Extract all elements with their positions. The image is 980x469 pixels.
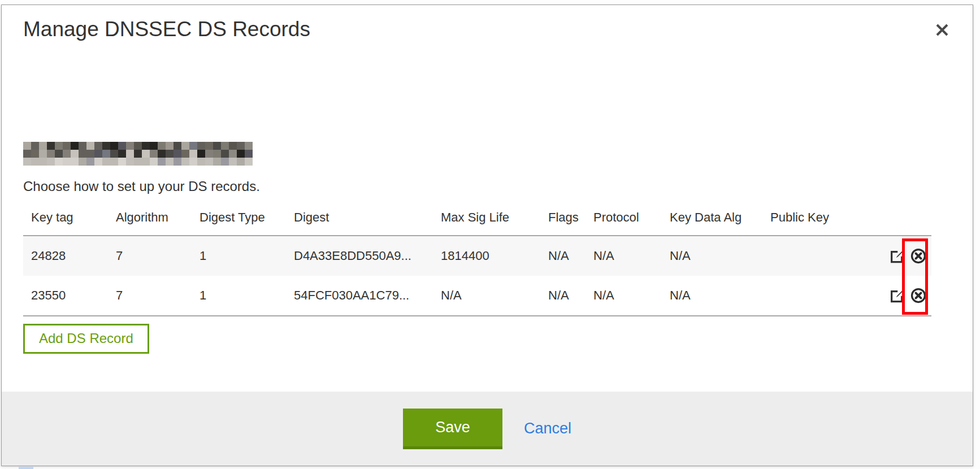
cell-digest-type: 1	[192, 276, 286, 316]
cell-public-key	[762, 236, 882, 276]
cell-protocol: N/A	[586, 276, 662, 316]
ds-record-row: 2482871D4A33E8DD550A9...1814400N/AN/AN/A	[23, 236, 931, 276]
dialog-footer: Save Cancel	[2, 392, 973, 466]
background-page-fragment	[19, 467, 33, 469]
column-header-key-data-alg: Key Data Alg	[662, 203, 762, 236]
instruction-text: Choose how to set up your DS records.	[23, 178, 933, 195]
cell-protocol: N/A	[586, 236, 662, 276]
table-header-row: Key tagAlgorithmDigest TypeDigestMax Sig…	[23, 203, 931, 236]
add-ds-record-button[interactable]: Add DS Record	[23, 324, 149, 354]
column-header-digest: Digest	[286, 203, 433, 236]
cell-digest: D4A33E8DD550A9...	[286, 236, 433, 276]
column-header-key-tag: Key tag	[23, 203, 108, 236]
cell-digest-type: 1	[192, 236, 286, 276]
delete-icon[interactable]	[910, 247, 927, 264]
edit-icon[interactable]	[888, 247, 905, 264]
cell-public-key	[762, 276, 882, 316]
dialog-content: Choose how to set up your DS records. Ke…	[23, 142, 933, 354]
column-header-flags: Flags	[540, 203, 586, 236]
save-button[interactable]: Save	[403, 409, 502, 449]
delete-icon[interactable]	[910, 287, 927, 304]
column-header-public-key: Public Key	[762, 203, 882, 236]
ds-record-row: 235507154FCF030AA1C79...N/AN/AN/AN/A	[23, 276, 931, 316]
cell-digest: 54FCF030AA1C79...	[286, 276, 433, 316]
column-header-algorithm: Algorithm	[108, 203, 192, 236]
cell-algorithm: 7	[108, 236, 192, 276]
cell-algorithm: 7	[108, 276, 192, 316]
cell-key-data-alg: N/A	[662, 276, 762, 316]
cell-flags: N/A	[540, 236, 586, 276]
column-header-actions	[882, 203, 931, 236]
cell-max-sig-life: 1814400	[433, 236, 540, 276]
row-actions-cell	[882, 236, 931, 276]
column-header-max-sig-life: Max Sig Life	[433, 203, 540, 236]
cell-key-tag: 23550	[23, 276, 108, 316]
edit-icon[interactable]	[888, 287, 905, 304]
cell-max-sig-life: N/A	[433, 276, 540, 316]
ds-records-table: Key tagAlgorithmDigest TypeDigestMax Sig…	[23, 203, 931, 316]
column-header-digest-type: Digest Type	[192, 203, 286, 236]
dialog-title: Manage DNSSEC DS Records	[23, 18, 310, 41]
manage-dnssec-dialog: Manage DNSSEC DS Records Choose how to s…	[1, 5, 973, 466]
row-actions-cell	[882, 276, 931, 316]
column-header-protocol: Protocol	[586, 203, 662, 236]
close-icon[interactable]	[932, 20, 952, 40]
cell-key-tag: 24828	[23, 236, 108, 276]
cancel-link[interactable]: Cancel	[524, 420, 571, 437]
domain-name-redacted	[23, 142, 253, 166]
cell-key-data-alg: N/A	[662, 236, 762, 276]
cell-flags: N/A	[540, 276, 586, 316]
